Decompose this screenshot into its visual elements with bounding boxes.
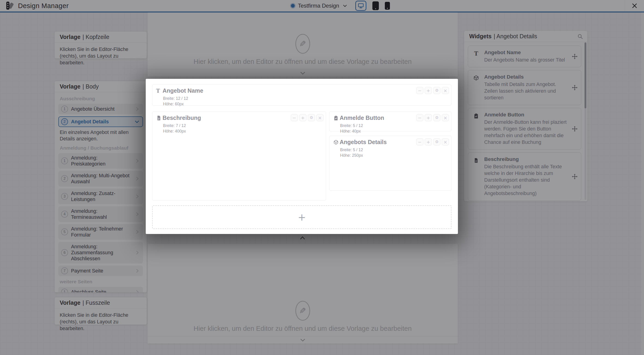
block-width: Breite: 5 / 12 <box>340 123 363 128</box>
layout-block-angebots-details[interactable]: Angebots Details Breite: 5 / 12 Höhe: 25… <box>329 136 452 191</box>
close-button[interactable]: × <box>442 138 449 146</box>
minus-button[interactable]: − <box>416 114 423 121</box>
block-title: Angebot Name <box>162 87 203 94</box>
block-actions: −+⚙× <box>416 114 449 121</box>
layout-editor-modal: T Angebot Name Breite: 12 / 12 Höhe: 60p… <box>146 79 458 234</box>
block-height: Höhe: 40px <box>340 128 363 134</box>
close-button[interactable]: × <box>442 114 449 121</box>
file-icon <box>156 115 162 121</box>
gear-button[interactable]: ⚙ <box>308 114 315 121</box>
clipboard-check-icon <box>333 115 339 121</box>
block-width: Breite: 5 / 12 <box>340 147 363 152</box>
block-width: Breite: 12 / 12 <box>163 96 188 101</box>
minus-button[interactable]: − <box>291 114 298 121</box>
plus-button[interactable]: + <box>299 114 306 121</box>
block-width: Breite: 7 / 12 <box>163 123 186 128</box>
cube-icon <box>333 139 339 145</box>
block-title: Angebots Details <box>340 139 387 146</box>
layout-block-angebot-name[interactable]: T Angebot Name Breite: 12 / 12 Höhe: 60p… <box>152 84 452 106</box>
plus-button[interactable]: + <box>425 138 432 146</box>
block-actions: −+⚙× <box>291 114 324 121</box>
add-widget-dropzone[interactable]: + <box>152 206 452 229</box>
block-actions: −+⚙× <box>416 87 449 94</box>
block-title: Anmelde Button <box>340 114 384 121</box>
block-actions: −+⚙× <box>416 138 449 146</box>
minus-button[interactable]: − <box>416 87 423 94</box>
gear-button[interactable]: ⚙ <box>433 87 440 94</box>
block-title: Beschreibung <box>162 114 201 121</box>
gear-button[interactable]: ⚙ <box>433 138 440 146</box>
plus-icon: + <box>298 212 306 223</box>
plus-button[interactable]: + <box>425 87 432 94</box>
close-button[interactable]: × <box>442 87 449 94</box>
block-height: Höhe: 400px <box>163 128 186 134</box>
gear-button[interactable]: ⚙ <box>433 114 440 121</box>
close-button[interactable]: × <box>316 114 324 121</box>
plus-button[interactable]: + <box>425 114 432 121</box>
block-height: Höhe: 250px <box>340 152 363 158</box>
text-icon: T <box>156 88 160 94</box>
block-height: Höhe: 60px <box>163 101 188 107</box>
layout-block-beschreibung[interactable]: Beschreibung Breite: 7 / 12 Höhe: 400px … <box>152 112 326 200</box>
minus-button[interactable]: − <box>416 138 423 146</box>
layout-block-anmelde-button[interactable]: Anmelde Button Breite: 5 / 12 Höhe: 40px… <box>329 112 452 132</box>
